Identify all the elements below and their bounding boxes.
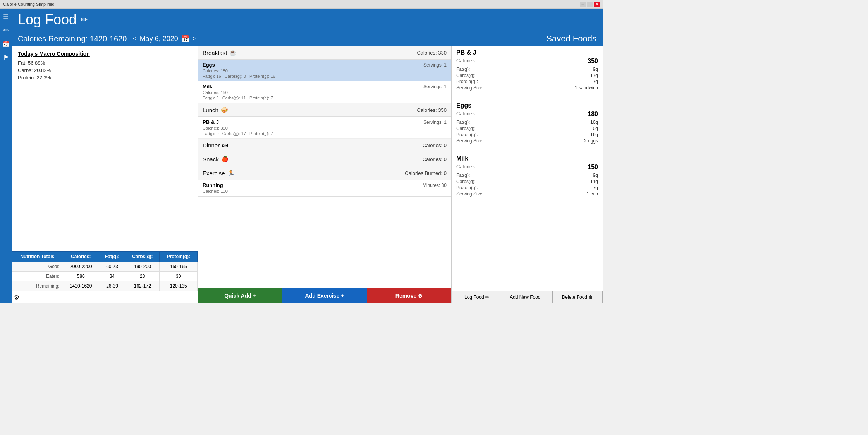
- meal-name: Dinner 🍽: [203, 142, 228, 149]
- header-edit-icon[interactable]: ✏: [81, 15, 88, 25]
- saved-food-detail-label: Fat(g):: [456, 67, 470, 72]
- content-split: Today's Macro Composition Fat: 56.88% Ca…: [12, 46, 603, 303]
- remove-button[interactable]: Remove ⊗: [367, 288, 451, 303]
- row-carbs: 190-200: [125, 262, 160, 272]
- add-exercise-button[interactable]: Add Exercise +: [282, 288, 367, 303]
- saved-food-detail-value: 9g: [593, 173, 598, 178]
- row-calories: 580: [63, 272, 99, 281]
- food-item[interactable]: PB & J Servings: 1 Calories: 350 Fat(g):…: [198, 117, 451, 139]
- row-fat: 60-73: [99, 262, 125, 272]
- meal-calories: Calories Burned: 0: [405, 170, 447, 176]
- food-item[interactable]: Milk Servings: 1 Calories: 150 Fat(g): 9…: [198, 81, 451, 103]
- row-carbs: 28: [125, 272, 160, 281]
- saved-food-detail-value: 1 cup: [587, 191, 598, 197]
- right-panel-buttons: Log Food ✏ Add New Food + Delete Food 🗑: [452, 291, 603, 303]
- row-fat: 34: [99, 272, 125, 281]
- saved-food-name: Eggs: [456, 102, 598, 109]
- saved-foods-title: Saved Foods: [546, 34, 596, 44]
- add-new-food-button[interactable]: Add New Food +: [502, 291, 552, 303]
- saved-foods-panel: PB & J Calories: 350 Fat(g): 9g Carbs(g)…: [452, 46, 603, 303]
- table-row: Goal: 2000-2200 60-73 190-200 150-165: [12, 262, 198, 272]
- saved-food-detail-row: Carbs(g): 17g: [456, 72, 598, 79]
- food-item[interactable]: Running Minutes: 30 Calories: 100: [198, 180, 451, 196]
- row-calories: 2000-2200: [63, 262, 99, 272]
- log-food-button[interactable]: Log Food ✏: [452, 291, 502, 303]
- saved-food-detail-label: Serving Size:: [456, 191, 484, 197]
- calendar-icon[interactable]: 📅: [181, 34, 190, 43]
- quick-add-button[interactable]: Quick Add +: [198, 288, 282, 303]
- minimize-button[interactable]: ─: [580, 2, 586, 7]
- saved-food-card[interactable]: PB & J Calories: 350 Fat(g): 9g Carbs(g)…: [456, 49, 598, 96]
- meal-calories: Calories: 0: [423, 142, 447, 148]
- row-protein: 120-135: [160, 281, 198, 291]
- food-servings: Servings: 1: [423, 120, 447, 125]
- food-log-scroll[interactable]: Breakfast ☕ Calories: 330 Eggs Servings:…: [198, 46, 451, 288]
- saved-food-calories-value: 350: [588, 58, 598, 65]
- saved-food-detail-row: Fat(g): 16g: [456, 119, 598, 125]
- date-bar: Calories Remaining: 1420-1620 < May 6, 2…: [12, 31, 603, 46]
- food-detail: Fat(g): 9: [203, 96, 219, 100]
- macro-title[interactable]: Today's Macro Composition: [18, 51, 191, 57]
- food-detail: Fat(g): 9: [203, 131, 219, 136]
- meal-name: Lunch 🥪: [203, 106, 228, 113]
- edit-icon[interactable]: ✏: [2, 25, 10, 36]
- delete-food-button[interactable]: Delete Food 🗑: [552, 291, 603, 303]
- meal-icon: ☕: [229, 49, 237, 56]
- next-date-button[interactable]: >: [193, 35, 196, 42]
- meal-section: Snack 🍎 Calories: 0: [198, 152, 451, 166]
- saved-foods-list: PB & J Calories: 350 Fat(g): 9g Carbs(g)…: [452, 46, 603, 291]
- saved-food-name: PB & J: [456, 49, 598, 56]
- col-header-carbs: Carbs(g):: [125, 252, 160, 262]
- meal-icon: 🍎: [221, 156, 229, 163]
- food-detail: Fat(g): 16: [203, 74, 221, 79]
- saved-food-detail-row: Fat(g): 9g: [456, 66, 598, 72]
- col-header-calories: Calories:: [63, 252, 99, 262]
- food-item[interactable]: Eggs Servings: 1 Calories: 180 Fat(g): 1…: [198, 60, 451, 81]
- food-detail: Protein(g): 7: [249, 96, 273, 100]
- col-header-totals: Nutrition Totals: [12, 252, 63, 262]
- saved-food-detail-value: 11g: [590, 179, 598, 184]
- saved-food-name: Milk: [456, 155, 598, 162]
- food-servings: Servings: 1: [423, 62, 447, 68]
- saved-food-detail-value: 1 sandwich: [575, 85, 598, 91]
- col-header-protein: Protein(g):: [160, 252, 198, 262]
- food-detail: Carbs(g): 11: [222, 96, 246, 100]
- meal-name: Breakfast ☕: [203, 49, 237, 56]
- saved-food-card[interactable]: Milk Calories: 150 Fat(g): 9g Carbs(g): …: [456, 155, 598, 202]
- saved-food-detail-label: Carbs(g):: [456, 126, 476, 131]
- meal-name: Snack 🍎: [203, 156, 229, 163]
- calendar-icon[interactable]: 📅: [0, 39, 11, 49]
- saved-food-detail-value: 16g: [590, 120, 598, 125]
- current-date: May 6, 2020: [140, 35, 178, 43]
- menu-icon[interactable]: ☰: [2, 12, 10, 22]
- maximize-button[interactable]: □: [587, 2, 593, 7]
- page-title: Log Food: [18, 12, 77, 28]
- row-carbs: 162-172: [125, 281, 160, 291]
- food-log-panel: Breakfast ☕ Calories: 330 Eggs Servings:…: [198, 46, 452, 303]
- food-calories: Calories: 100: [203, 189, 447, 194]
- action-buttons: Quick Add + Add Exercise + Remove ⊗: [198, 288, 451, 303]
- meal-section: Exercise 🏃 Calories Burned: 0 Running Mi…: [198, 166, 451, 197]
- macro-carbs: Carbs: 20.82%: [18, 67, 191, 73]
- meal-calories: Calories: 330: [417, 50, 447, 56]
- row-label: Goal:: [12, 262, 63, 272]
- flag-icon[interactable]: ⚑: [2, 52, 10, 63]
- food-detail: Protein(g): 16: [249, 74, 275, 79]
- food-details: Fat(g): 16 Carbs(g): 0 Protein(g): 16: [203, 74, 447, 79]
- close-button[interactable]: ✕: [594, 2, 600, 7]
- meal-icon: 🏃: [227, 170, 235, 176]
- food-name: Milk: [203, 84, 212, 89]
- saved-food-detail-value: 2 eggs: [584, 138, 598, 144]
- meal-header: Lunch 🥪 Calories: 350: [198, 103, 451, 117]
- settings-icon[interactable]: ⚙: [14, 294, 19, 301]
- saved-food-detail-row: Serving Size: 2 eggs: [456, 138, 598, 144]
- food-details: Fat(g): 9 Carbs(g): 11 Protein(g): 7: [203, 96, 447, 100]
- row-protein: 30: [160, 272, 198, 281]
- saved-food-card[interactable]: Eggs Calories: 180 Fat(g): 16g Carbs(g):…: [456, 102, 598, 149]
- row-label: Eaten:: [12, 272, 63, 281]
- prev-date-button[interactable]: <: [133, 35, 136, 42]
- meal-header: Dinner 🍽 Calories: 0: [198, 139, 451, 152]
- table-row: Eaten: 580 34 28 30: [12, 272, 198, 281]
- saved-food-calories-value: 180: [588, 111, 598, 118]
- window-controls[interactable]: ─ □ ✕: [580, 2, 600, 7]
